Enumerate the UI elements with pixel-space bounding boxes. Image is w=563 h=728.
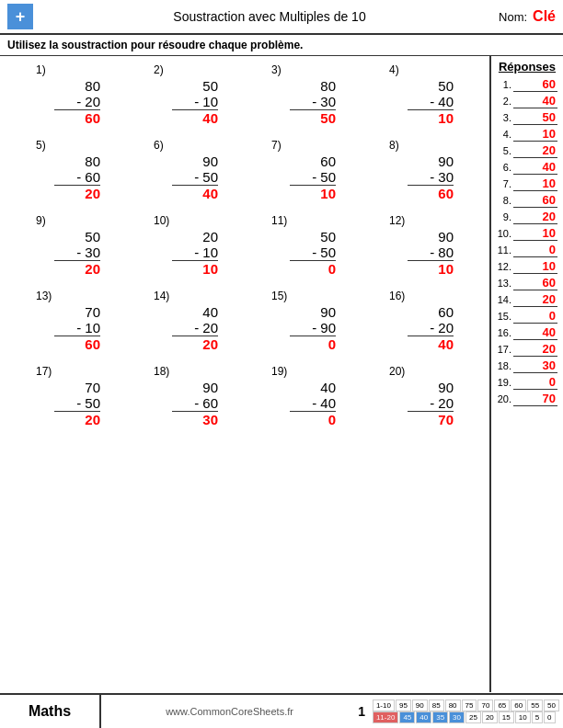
page-title: Soustraction avec Multiples de 10 — [40, 9, 499, 24]
answer-row: 16. 40 — [497, 325, 557, 340]
answer-row: 9. 20 — [497, 210, 557, 224]
answer-row: 17. 20 — [497, 342, 557, 357]
answer-row: 6. 40 — [497, 160, 557, 175]
problem-3: 3) 80 - 30 50 — [271, 63, 336, 126]
problem-2: 2) 50 - 10 40 — [154, 63, 218, 126]
footer-page-number: 1 — [358, 704, 365, 719]
answer-row: 1. 60 — [497, 77, 557, 92]
nom-label: Nom: — [499, 10, 527, 24]
problem-row-2: 5) 80 - 60 20 6) 90 - 50 40 7) 60 - 50 1… — [9, 139, 480, 201]
answer-row: 4. 10 — [497, 127, 557, 142]
problem-row-5: 17) 70 - 50 20 18) 90 - 60 30 19) 40 - 4… — [9, 365, 480, 427]
problem-row-4: 13) 70 - 10 60 14) 40 - 20 20 15) 90 - 9… — [9, 290, 480, 352]
answers-title: Réponses — [497, 60, 557, 74]
footer-stats: 1-10 95 90 85 80 75 70 65 60 55 50 11-20… — [373, 700, 559, 723]
cle-label: Clé — [533, 8, 556, 25]
instructions-text: Utilisez la soustraction pour résoudre c… — [0, 35, 563, 56]
problem-10: 10) 20 - 10 10 — [154, 214, 218, 277]
problems-area: 1) 80 - 20 60 2) 50 - 10 40 3) 80 - 30 5… — [0, 56, 489, 692]
answer-row: 20. 70 — [497, 392, 557, 406]
page-footer: Maths www.CommonCoreSheets.fr 1 1-10 95 … — [0, 693, 563, 728]
answer-row: 5. 20 — [497, 143, 557, 158]
problem-18: 18) 90 - 60 30 — [154, 365, 218, 427]
answer-row: 10. 10 — [497, 226, 557, 241]
answer-row: 7. 10 — [497, 176, 557, 191]
answer-row: 19. 0 — [497, 375, 557, 390]
problem-13: 13) 70 - 10 60 — [36, 290, 100, 352]
footer-maths-label: Maths — [0, 695, 101, 728]
problem-11: 11) 50 - 50 0 — [271, 214, 336, 277]
problem-1: 1) 80 - 20 60 — [36, 63, 100, 126]
problem-19: 19) 40 - 40 0 — [271, 365, 336, 427]
problem-12: 12) 90 - 80 10 — [389, 214, 454, 277]
answer-row: 8. 60 — [497, 193, 557, 208]
answer-row: 18. 30 — [497, 358, 557, 373]
answer-row: 2. 40 — [497, 94, 557, 108]
problem-9: 9) 50 - 30 20 — [36, 214, 100, 277]
problem-16: 16) 60 - 20 40 — [389, 290, 454, 352]
problem-15: 15) 90 - 90 0 — [271, 290, 336, 352]
problem-row-3: 9) 50 - 30 20 10) 20 - 10 10 11) 50 - 50… — [9, 214, 480, 277]
problem-6: 6) 90 - 50 40 — [154, 139, 218, 201]
answer-row: 14. 20 — [497, 292, 557, 307]
problem-20: 20) 90 - 20 70 — [389, 365, 454, 427]
answer-row: 12. 10 — [497, 259, 557, 274]
answer-row: 11. 0 — [497, 243, 557, 257]
problem-5: 5) 80 - 60 20 — [36, 139, 100, 201]
problem-4: 4) 50 - 40 10 — [389, 63, 454, 126]
problem-row-1: 1) 80 - 20 60 2) 50 - 10 40 3) 80 - 30 5… — [9, 63, 480, 126]
problem-14: 14) 40 - 20 20 — [154, 290, 218, 352]
problem-17: 17) 70 - 50 20 — [36, 365, 100, 427]
answers-list: 1. 60 2. 40 3. 50 4. 10 5. 20 6. 40 7. 1… — [497, 77, 557, 406]
answer-row: 13. 60 — [497, 276, 557, 290]
logo-icon: + — [7, 4, 33, 29]
footer-url: www.CommonCoreSheets.fr — [101, 706, 358, 717]
main-content: 1) 80 - 20 60 2) 50 - 10 40 3) 80 - 30 5… — [0, 56, 563, 692]
problem-7: 7) 60 - 50 10 — [271, 139, 336, 201]
answer-row: 15. 0 — [497, 309, 557, 324]
page-header: + Soustraction avec Multiples de 10 Nom:… — [0, 0, 563, 35]
answers-panel: Réponses 1. 60 2. 40 3. 50 4. 10 5. 20 6… — [489, 56, 563, 692]
problem-8: 8) 90 - 30 60 — [389, 139, 454, 201]
answer-row: 3. 50 — [497, 110, 557, 125]
